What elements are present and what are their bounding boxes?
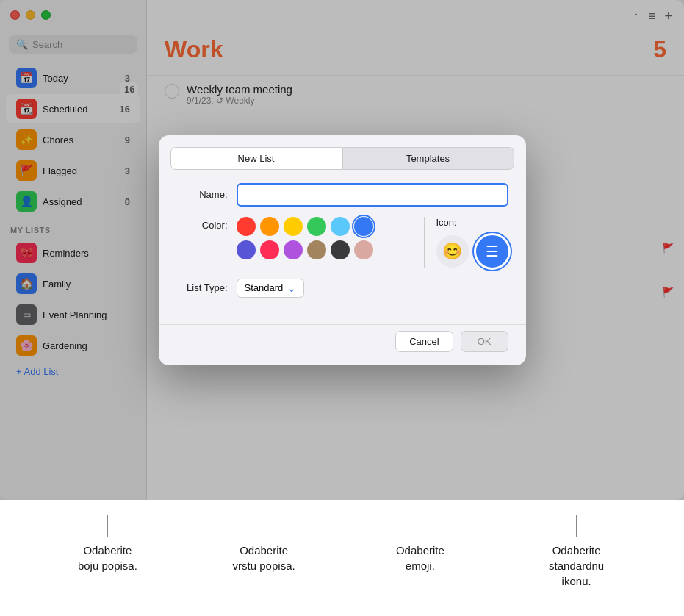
color-grid-wrapper [237,217,373,259]
color-purple[interactable] [237,240,256,259]
annotation-color: Odaberiteboju popisa. [56,515,159,573]
modal-actions: Cancel OK [159,324,526,365]
annotation-icon: Odaberitestandardnuikonu. [525,515,628,589]
color-orange[interactable] [260,217,279,236]
tab-templates[interactable]: Templates [342,147,514,170]
annotation-text-list-type: Odaberitevrstu popisa. [233,542,295,573]
new-list-modal: New List Templates Name: Color: [159,135,526,365]
color-section: Color: [176,217,412,259]
color-row-2 [237,240,373,259]
list-type-label: List Type: [176,282,228,293]
color-violet[interactable] [284,240,303,259]
list-type-value: Standard [245,282,284,293]
annotation-line-icon [576,515,577,537]
name-label: Name: [176,189,228,200]
color-light-blue[interactable] [331,217,350,236]
ok-button[interactable]: OK [461,331,508,352]
color-blue[interactable] [354,217,373,236]
emoji-icon-button[interactable]: 😊 [436,235,469,268]
color-green[interactable] [307,217,326,236]
color-dark-gray[interactable] [331,240,350,259]
color-hot-pink[interactable] [260,240,279,259]
divider [424,217,425,268]
icon-label: Icon: [436,217,457,228]
annotation-line-list-type [264,515,264,537]
cancel-button[interactable]: Cancel [395,331,453,352]
name-input[interactable] [237,183,508,207]
list-type-row: List Type: Standard ⌄ [176,279,508,298]
name-row: Name: [176,183,508,207]
list-type-select[interactable]: Standard ⌄ [237,279,305,298]
color-row-1 [237,217,373,236]
tab-new-list[interactable]: New List [170,147,342,170]
color-yellow[interactable] [284,217,303,236]
color-red[interactable] [237,217,256,236]
annotation-line-emoji [420,515,420,537]
chevron-down-icon: ⌄ [287,282,296,294]
annotation-list-type: Odaberitevrstu popisa. [212,515,315,573]
icon-buttons: 😊 ☰ [436,235,508,268]
color-label: Color: [176,217,228,231]
color-rose[interactable] [354,240,373,259]
list-icon-button[interactable]: ☰ [476,235,508,268]
annotation-emoji: Odaberiteemoji. [369,515,472,573]
icon-section: Icon: 😊 ☰ [436,217,508,268]
color-icon-row: Color: [176,217,508,268]
annotation-area: Odaberiteboju popisa. Odaberitevrstu pop… [0,500,684,616]
annotation-text-color: Odaberiteboju popisa. [78,542,137,573]
annotation-text-emoji: Odaberiteemoji. [396,542,444,573]
annotation-text-icon: Odaberitestandardnuikonu. [549,542,604,589]
annotation-line-color [107,515,108,537]
modal-overlay: New List Templates Name: Color: [0,0,684,500]
color-brown[interactable] [307,240,326,259]
modal-body: Name: Color: [159,170,526,324]
modal-tabs: New List Templates [159,135,526,170]
